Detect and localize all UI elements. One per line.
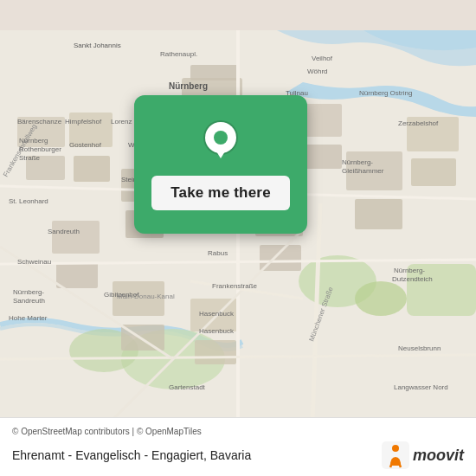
svg-point-80 xyxy=(392,445,399,452)
svg-text:Wöhrd: Wöhrd xyxy=(307,68,328,75)
location-name: Ehrenamt - Evangelisch - Engagiert, Bava… xyxy=(12,448,251,462)
moovit-brand-name: moovit xyxy=(413,447,464,465)
svg-text:Rothenburger: Rothenburger xyxy=(19,145,61,153)
moovit-logo: moovit xyxy=(382,441,464,469)
action-card: Take me there xyxy=(134,95,307,234)
svg-text:Langwasser Nord: Langwasser Nord xyxy=(394,383,448,391)
attribution-text: © OpenStreetMap contributors | © OpenMap… xyxy=(12,427,464,436)
svg-text:Neuselsbrunn: Neuselsbrunn xyxy=(398,344,441,352)
svg-point-77 xyxy=(214,131,228,145)
svg-text:St. Leonhard: St. Leonhard xyxy=(9,197,48,205)
svg-text:Hasenbuck: Hasenbuck xyxy=(199,327,235,335)
svg-rect-12 xyxy=(52,221,100,254)
map-background: Frankenschnellweg Münchener Straße Main-… xyxy=(0,0,476,476)
svg-text:Sankt Johannis: Sankt Johannis xyxy=(74,42,121,49)
take-me-there-button[interactable]: Take me there xyxy=(151,176,290,210)
svg-rect-13 xyxy=(56,262,98,288)
svg-text:Gostenhof: Gostenhof xyxy=(69,141,102,149)
svg-text:Gleißhammer: Gleißhammer xyxy=(342,167,384,175)
svg-rect-21 xyxy=(303,145,342,169)
svg-text:Nürnberg: Nürnberg xyxy=(169,81,208,91)
svg-rect-23 xyxy=(355,199,402,229)
svg-text:Sandreuth: Sandreuth xyxy=(13,297,45,305)
svg-text:Schweinau: Schweinau xyxy=(17,258,51,266)
moovit-brand-icon xyxy=(382,441,409,469)
svg-text:Nürnberg-: Nürnberg- xyxy=(13,288,44,296)
bottom-bar: © OpenStreetMap contributors | © OpenMap… xyxy=(0,417,476,476)
svg-text:Himpfelshof: Himpfelshof xyxy=(65,118,102,125)
svg-point-2 xyxy=(355,281,407,316)
svg-text:Straße: Straße xyxy=(19,154,41,162)
svg-text:Bärenschanze: Bärenschanze xyxy=(17,118,62,125)
svg-text:Zerzabelshof: Zerzabelshof xyxy=(398,119,439,127)
svg-text:Nürnberg-: Nürnberg- xyxy=(394,267,425,274)
svg-text:Frankenstraße: Frankenstraße xyxy=(212,282,258,290)
svg-text:Hasenbuck: Hasenbuck xyxy=(199,310,235,318)
svg-text:Nürnberg-: Nürnberg- xyxy=(342,158,373,166)
svg-rect-17 xyxy=(195,340,236,364)
svg-rect-9 xyxy=(74,156,110,182)
svg-text:Sandreuth: Sandreuth xyxy=(48,228,80,235)
map-container: Frankenschnellweg Münchener Straße Main-… xyxy=(0,0,476,476)
svg-text:Rathenaupl.: Rathenaupl. xyxy=(160,50,197,58)
svg-text:Hohe Marter: Hohe Marter xyxy=(9,314,48,322)
pin-icon xyxy=(196,119,245,167)
svg-text:Rabus: Rabus xyxy=(208,249,228,257)
svg-text:Dutzendteich: Dutzendteich xyxy=(392,275,433,283)
svg-text:Nürnberg Ostring: Nürnberg Ostring xyxy=(359,89,412,97)
svg-text:Gibitzenhof: Gibitzenhof xyxy=(104,291,139,299)
svg-rect-19 xyxy=(190,65,238,80)
svg-text:Veilhof: Veilhof xyxy=(312,55,333,62)
svg-text:Gartenstadt: Gartenstadt xyxy=(169,383,206,391)
svg-text:Nürnberg: Nürnberg xyxy=(19,137,48,145)
svg-text:Lorenz: Lorenz xyxy=(111,118,132,125)
svg-rect-25 xyxy=(411,158,456,186)
bottom-info-row: Ehrenamt - Evangelisch - Engagiert, Bava… xyxy=(12,441,464,469)
